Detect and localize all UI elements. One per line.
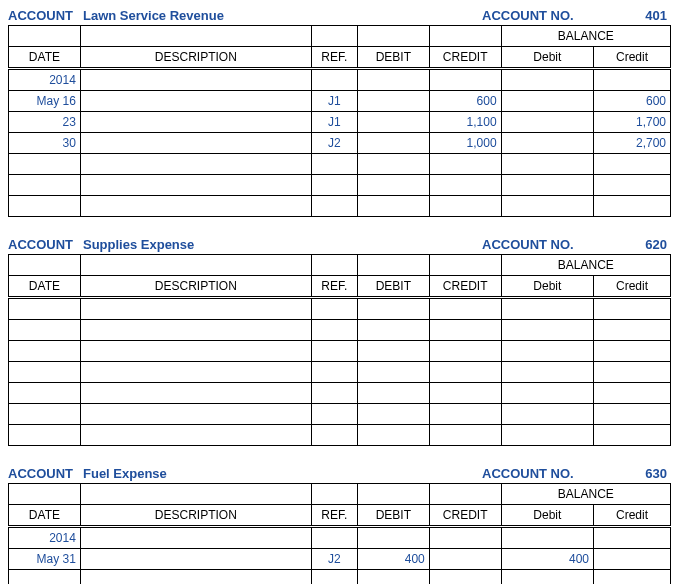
col-bal-debit-header: Debit (501, 505, 593, 527)
credit-cell (429, 175, 501, 196)
ledger-header: ACCOUNTFuel ExpenseACCOUNT NO.630 (8, 466, 671, 481)
bal-debit-cell (501, 362, 593, 383)
column-header-row: DATEDESCRIPTIONREF.DEBITCREDITDebitCredi… (9, 276, 671, 298)
table-row (9, 425, 671, 446)
debit-cell (357, 425, 429, 446)
ledger-header: ACCOUNTLawn Service RevenueACCOUNT NO.40… (8, 8, 671, 23)
header-spacer (429, 26, 501, 47)
account-number: 401 (602, 8, 671, 23)
date-cell: 2014 (9, 527, 81, 549)
account-name: Fuel Expense (83, 466, 482, 481)
ref-cell (311, 69, 357, 91)
account-name: Lawn Service Revenue (83, 8, 482, 23)
desc-cell (80, 404, 311, 425)
ledger-block: ACCOUNTLawn Service RevenueACCOUNT NO.40… (8, 8, 671, 217)
table-row (9, 404, 671, 425)
ref-cell (311, 527, 357, 549)
debit-cell (357, 527, 429, 549)
bal-credit-cell: 600 (593, 91, 670, 112)
desc-cell (80, 527, 311, 549)
credit-cell (429, 425, 501, 446)
header-spacer (9, 255, 81, 276)
ref-cell: J1 (311, 91, 357, 112)
ref-cell (311, 404, 357, 425)
desc-cell (80, 362, 311, 383)
debit-cell: 400 (357, 549, 429, 570)
credit-cell (429, 341, 501, 362)
account-number: 620 (602, 237, 671, 252)
ref-cell: J2 (311, 549, 357, 570)
col-desc-header: DESCRIPTION (80, 276, 311, 298)
date-cell (9, 383, 81, 404)
desc-cell (80, 341, 311, 362)
debit-cell (357, 298, 429, 320)
ref-cell (311, 362, 357, 383)
col-debit-header: DEBIT (357, 505, 429, 527)
ref-cell (311, 383, 357, 404)
bal-debit-cell (501, 133, 593, 154)
desc-cell (80, 133, 311, 154)
debit-cell (357, 341, 429, 362)
bal-credit-cell (593, 154, 670, 175)
ref-cell (311, 154, 357, 175)
desc-cell (80, 549, 311, 570)
date-cell (9, 175, 81, 196)
balance-header: BALANCE (501, 255, 670, 276)
table-row (9, 298, 671, 320)
date-cell: May 16 (9, 91, 81, 112)
debit-cell (357, 133, 429, 154)
account-number: 630 (602, 466, 671, 481)
date-cell: 23 (9, 112, 81, 133)
col-credit-header: CREDIT (429, 505, 501, 527)
debit-cell (357, 404, 429, 425)
header-spacer (80, 26, 311, 47)
balance-header: BALANCE (501, 484, 670, 505)
date-cell: 2014 (9, 69, 81, 91)
desc-cell (80, 175, 311, 196)
ledger-header: ACCOUNTSupplies ExpenseACCOUNT NO.620 (8, 237, 671, 252)
ref-cell (311, 341, 357, 362)
credit-cell (429, 196, 501, 217)
table-row: 2014 (9, 69, 671, 91)
col-credit-header: CREDIT (429, 47, 501, 69)
credit-cell (429, 527, 501, 549)
bal-credit-cell (593, 570, 670, 585)
credit-cell (429, 404, 501, 425)
table-row (9, 570, 671, 585)
desc-cell (80, 298, 311, 320)
ref-cell (311, 175, 357, 196)
debit-cell (357, 112, 429, 133)
col-desc-header: DESCRIPTION (80, 505, 311, 527)
desc-cell (80, 196, 311, 217)
bal-debit-cell (501, 404, 593, 425)
bal-debit-cell (501, 570, 593, 585)
header-spacer (9, 26, 81, 47)
date-cell (9, 425, 81, 446)
bal-debit-cell (501, 112, 593, 133)
table-row (9, 362, 671, 383)
bal-debit-cell (501, 425, 593, 446)
bal-debit-cell (501, 196, 593, 217)
column-header-row: DATEDESCRIPTIONREF.DEBITCREDITDebitCredi… (9, 47, 671, 69)
date-cell (9, 196, 81, 217)
col-ref-header: REF. (311, 47, 357, 69)
date-cell (9, 154, 81, 175)
balance-header-row: BALANCE (9, 255, 671, 276)
ledger-table: BALANCEDATEDESCRIPTIONREF.DEBITCREDITDeb… (8, 254, 671, 446)
table-row (9, 341, 671, 362)
credit-cell (429, 320, 501, 341)
credit-cell (429, 570, 501, 585)
bal-credit-cell (593, 69, 670, 91)
bal-credit-cell (593, 362, 670, 383)
credit-cell (429, 154, 501, 175)
bal-credit-cell (593, 383, 670, 404)
col-date-header: DATE (9, 47, 81, 69)
bal-debit-cell (501, 69, 593, 91)
debit-cell (357, 320, 429, 341)
account-label: ACCOUNT (8, 237, 83, 252)
ref-cell: J2 (311, 133, 357, 154)
header-spacer (80, 484, 311, 505)
table-row (9, 196, 671, 217)
bal-credit-cell (593, 298, 670, 320)
bal-debit-cell (501, 298, 593, 320)
